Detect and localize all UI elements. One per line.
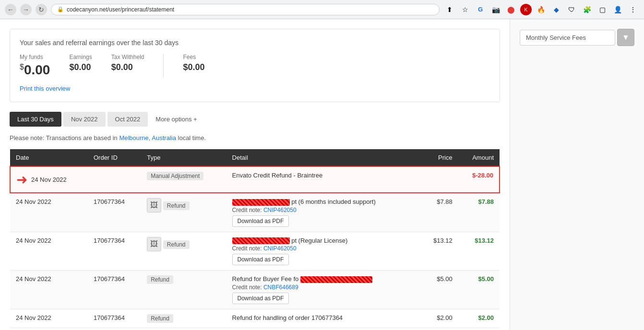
type-badge: Refund xyxy=(163,240,190,249)
note-text: Please note: Transactions are based in M… xyxy=(10,134,500,141)
extension-icon-red[interactable]: ⬤ xyxy=(505,3,517,16)
cell-type: Manual Adjustment xyxy=(141,166,226,193)
cell-price: $2.00 xyxy=(420,309,458,328)
cell-amount: $7.88 xyxy=(458,193,500,232)
bookmark-icon[interactable]: ☆ xyxy=(459,3,471,16)
share-icon[interactable]: ⬆ xyxy=(443,3,456,16)
cell-detail: Refund for handling of order 170677364 xyxy=(227,309,420,328)
tab-nov-2022[interactable]: Nov 2022 xyxy=(63,112,106,127)
table-row: ➜ 24 Nov 2022 Manual Adjustment Envato C… xyxy=(10,166,500,193)
table-row: 24 Nov 2022 170677364 Refund Refund for … xyxy=(10,309,500,328)
menu-icon[interactable]: ⋮ xyxy=(627,3,639,16)
credit-note-link[interactable]: CNIP462050 xyxy=(263,207,297,213)
cell-order-id: 170677364 xyxy=(88,232,141,271)
puzzle-icon[interactable]: 🧩 xyxy=(581,3,593,16)
col-date: Date xyxy=(10,149,88,166)
extension-icon-k[interactable]: K xyxy=(520,4,532,15)
table-row: 24 Nov 2022 170677364 🖼 Refund pt (Regul… xyxy=(10,232,500,271)
melbourne-link[interactable]: Melbourne xyxy=(119,134,148,141)
browser-icons: ⬆ ☆ G 📷 ⬤ K 🔥 ◆ 🛡 🧩 ▢ 👤 ⋮ xyxy=(443,3,639,16)
cell-detail: pt (6 months included support) Credit no… xyxy=(227,193,420,232)
thumbnail-icon: 🖼 xyxy=(147,198,161,212)
fees-stat: Fees $0.00 xyxy=(163,54,204,78)
service-fees-dropdown[interactable]: Monthly Service Fees xyxy=(520,30,615,46)
cell-price xyxy=(420,166,458,193)
credit-note-link[interactable]: CNBF646689 xyxy=(263,284,298,291)
back-button[interactable]: ← xyxy=(5,4,16,15)
cell-order-id: 170677364 xyxy=(88,309,141,328)
window-icon[interactable]: ▢ xyxy=(596,3,608,16)
content-area: Your sales and referral earnings over th… xyxy=(0,19,510,330)
cell-type: Refund xyxy=(141,271,226,309)
cell-price: $7.88 xyxy=(420,193,458,232)
forward-button[interactable]: → xyxy=(20,4,32,15)
earnings-label: Earnings xyxy=(69,54,92,60)
summary-title: Your sales and referral earnings over th… xyxy=(20,39,490,47)
cell-price: $13.12 xyxy=(420,232,458,271)
main-container: Your sales and referral earnings over th… xyxy=(0,19,644,330)
tab-last-30-days[interactable]: Last 30 Days xyxy=(10,112,61,127)
type-badge: Manual Adjustment xyxy=(147,172,203,180)
col-detail: Detail xyxy=(227,149,420,166)
australia-link[interactable]: Australia xyxy=(152,134,176,141)
cell-detail: Refund for Buyer Fee fo Credit note: CNB… xyxy=(227,271,420,309)
tax-withheld-stat: Tax Withheld $0.00 xyxy=(111,54,144,78)
cell-date: 24 Nov 2022 xyxy=(10,309,88,328)
col-type: Type xyxy=(141,149,226,166)
camera-icon[interactable]: 📷 xyxy=(489,3,502,16)
earnings-stat: Earnings $0.00 xyxy=(69,54,92,78)
reload-button[interactable]: ↻ xyxy=(36,4,47,15)
table-body: ➜ 24 Nov 2022 Manual Adjustment Envato C… xyxy=(10,166,500,328)
download-button[interactable]: ▼ xyxy=(617,29,634,46)
fees-label: Fees xyxy=(183,54,204,60)
col-amount: Amount xyxy=(458,149,500,166)
my-funds-value: $0.00 xyxy=(20,62,50,78)
cell-detail: Envato Credit Refund - Braintree xyxy=(227,166,420,193)
tax-withheld-value: $0.00 xyxy=(111,62,144,72)
credit-note: Credit note: CNIP462050 xyxy=(232,245,415,252)
download-pdf-button[interactable]: Download as PDF xyxy=(232,215,289,227)
credit-note: Credit note: CNIP462050 xyxy=(232,207,415,213)
summary-stats: My funds $0.00 Earnings $0.00 Tax Withhe… xyxy=(20,54,490,78)
download-pdf-button[interactable]: Download as PDF xyxy=(232,293,289,304)
shield-icon[interactable]: 🛡 xyxy=(565,3,578,16)
cell-amount: $5.00 xyxy=(458,271,500,309)
my-funds-stat: My funds $0.00 xyxy=(20,54,50,78)
table-row: 24 Nov 2022 170677364 🖼 Refund pt (6 mon… xyxy=(10,193,500,232)
earnings-value: $0.00 xyxy=(69,62,92,72)
cell-amount: $13.12 xyxy=(458,232,500,271)
print-link[interactable]: Print this overview xyxy=(20,85,70,92)
extension-icon-orange[interactable]: 🔥 xyxy=(535,3,547,16)
cell-date: 24 Nov 2022 xyxy=(10,232,88,271)
cell-order-id: 170677364 xyxy=(88,271,141,309)
cell-date: ➜ 24 Nov 2022 xyxy=(10,166,88,193)
avatar-icon[interactable]: 👤 xyxy=(611,3,624,16)
url-text: codecanyon.net/user/princerauf/statement xyxy=(67,6,174,13)
col-price: Price xyxy=(420,149,458,166)
summary-box: Your sales and referral earnings over th… xyxy=(10,29,500,102)
extension-icon-blue[interactable]: ◆ xyxy=(550,3,562,16)
download-pdf-button[interactable]: Download as PDF xyxy=(232,254,289,265)
lock-icon: 🔒 xyxy=(57,6,64,12)
cell-type: 🖼 Refund xyxy=(141,232,226,271)
fees-value: $0.00 xyxy=(183,62,204,72)
type-badge: Refund xyxy=(147,275,173,284)
more-options-button[interactable]: More options + xyxy=(150,112,203,127)
my-funds-label: My funds xyxy=(20,54,50,60)
url-bar[interactable]: 🔒 codecanyon.net/user/princerauf/stateme… xyxy=(51,4,440,15)
transactions-table: Date Order ID Type Detail Price Amount ➜… xyxy=(10,149,500,328)
tab-oct-2022[interactable]: Oct 2022 xyxy=(107,112,148,127)
browser-bar: ← → ↻ 🔒 codecanyon.net/user/princerauf/s… xyxy=(0,0,644,19)
credit-note-link[interactable]: CNIP462050 xyxy=(263,245,297,252)
redacted-text xyxy=(300,276,372,283)
cell-date: 24 Nov 2022 xyxy=(10,271,88,309)
cell-type: Refund xyxy=(141,309,226,328)
tabs-container: Last 30 Days Nov 2022 Oct 2022 More opti… xyxy=(10,112,500,127)
cell-order-id: 170677364 xyxy=(88,193,141,232)
type-badge: Refund xyxy=(147,314,173,323)
thumbnail-icon: 🖼 xyxy=(147,237,161,251)
profile-icon-g[interactable]: G xyxy=(474,3,487,16)
cell-detail: pt (Regular License) Credit note: CNIP46… xyxy=(227,232,420,271)
cell-date: 24 Nov 2022 xyxy=(10,193,88,232)
service-fees-section: Monthly Service Fees ▼ xyxy=(520,29,634,46)
